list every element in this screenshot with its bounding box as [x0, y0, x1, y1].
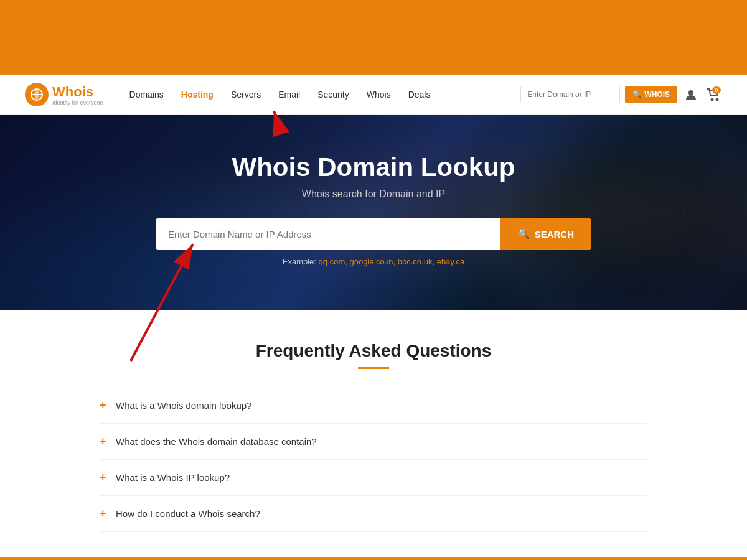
faq-divider	[358, 367, 389, 369]
svg-point-4	[716, 99, 718, 101]
svg-point-2	[688, 90, 693, 95]
search-icon: 🔍	[632, 90, 642, 99]
faq-expand-icon-3[interactable]: +	[100, 471, 110, 484]
nav-hosting[interactable]: Hosting	[174, 85, 221, 105]
nav-right: 🔍 WHOIS 0	[520, 86, 722, 103]
faq-expand-icon-1[interactable]: +	[100, 399, 110, 412]
hero-subtitle: Whois search for Domain and IP	[12, 189, 735, 200]
faq-section: Frequently Asked Questions + What is a W…	[0, 310, 747, 557]
cart-badge: 0	[712, 86, 720, 94]
hero-title: Whois Domain Lookup	[12, 152, 735, 182]
logo-tagline: Identity for everyone	[52, 100, 103, 106]
svg-point-3	[712, 99, 713, 101]
hero-search-bar: 🔍 SEARCH	[156, 218, 591, 250]
faq-question-3[interactable]: What is a Whois IP lookup?	[116, 472, 230, 483]
navbar: Whois Identity for everyone Domains Host…	[0, 75, 747, 115]
faq-question-4[interactable]: How do I conduct a Whois search?	[116, 508, 260, 519]
faq-title: Frequently Asked Questions	[100, 341, 647, 361]
hero-section: Whois Domain Lookup Whois search for Dom…	[0, 115, 747, 310]
logo[interactable]: Whois Identity for everyone	[25, 83, 103, 106]
bottom-orange-bar	[0, 557, 747, 560]
nav-email[interactable]: Email	[271, 85, 308, 105]
example-domains-link[interactable]: qq.com, google.co.in, bbc.co.uk, ebay.ca	[319, 257, 465, 266]
hero-example-text: Example: qq.com, google.co.in, bbc.co.uk…	[12, 257, 735, 266]
faq-question-2[interactable]: What does the Whois domain database cont…	[116, 436, 317, 447]
nav-search-input[interactable]	[520, 86, 620, 103]
globe-background	[0, 115, 747, 310]
faq-expand-icon-2[interactable]: +	[100, 435, 110, 448]
nav-servers[interactable]: Servers	[223, 85, 268, 105]
nav-domains[interactable]: Domains	[122, 85, 171, 105]
faq-item-2[interactable]: + What does the Whois domain database co…	[100, 424, 647, 460]
faq-item-4[interactable]: + How do I conduct a Whois search?	[100, 496, 647, 532]
faq-expand-icon-4[interactable]: +	[100, 507, 110, 520]
nav-whois-button[interactable]: 🔍 WHOIS	[625, 86, 677, 103]
nav-links: Domains Hosting Servers Email Security W…	[122, 85, 521, 105]
nav-deals[interactable]: Deals	[401, 85, 438, 105]
top-orange-bar	[0, 0, 747, 75]
domain-search-input[interactable]	[156, 218, 500, 250]
logo-text: Whois	[52, 84, 93, 100]
faq-question-1[interactable]: What is a Whois domain lookup?	[116, 400, 251, 411]
cart-icon[interactable]: 0	[705, 86, 722, 103]
user-icon[interactable]	[682, 86, 700, 103]
faq-item-3[interactable]: + What is a Whois IP lookup?	[100, 460, 647, 496]
faq-item-1[interactable]: + What is a Whois domain lookup?	[100, 388, 647, 424]
logo-icon	[25, 83, 49, 106]
search-icon: 🔍	[518, 228, 530, 240]
hero-search-button[interactable]: 🔍 SEARCH	[500, 218, 591, 250]
nav-whois[interactable]: Whois	[359, 85, 398, 105]
nav-security[interactable]: Security	[310, 85, 357, 105]
